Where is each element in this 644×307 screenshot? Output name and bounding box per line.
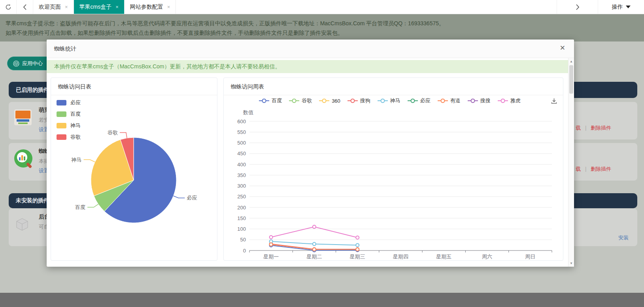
spider-stats-plugin-icon [14, 149, 32, 168]
uninstall-link-partial[interactable]: 载 [576, 125, 581, 131]
app-center-label: 应用中心 [22, 60, 43, 67]
tab-bar: 欢迎页面 × 苹果cms盒子 × 网站参数配置 × 操作 [0, 0, 644, 14]
tab-close-icon[interactable]: × [115, 4, 119, 10]
scroll-down-icon[interactable]: ▼ [568, 262, 574, 265]
data-point-有道[interactable] [270, 243, 273, 246]
tab-label: 欢迎页面 [39, 4, 61, 11]
tab-label: 网站参数配置 [130, 4, 163, 11]
scroll-up-icon[interactable]: ▲ [568, 60, 574, 63]
legend-marker-icon [347, 98, 358, 103]
line-legend-item-360[interactable]: 360 [319, 98, 340, 104]
y-tick-label: 50 [240, 237, 246, 243]
legend-marker-circle [471, 99, 474, 103]
line-chart-legend: 百度谷歌360搜狗神马必应有道搜搜雅虎 [236, 97, 544, 104]
cube-plugin-icon [14, 217, 32, 235]
y-tick-label: 100 [237, 226, 246, 232]
modal-alert-text: 本插件仅在苹果cms盒子（MacCmsBox.Com）更新，其他地方都不是本人请… [54, 63, 280, 70]
uninstall-link-partial[interactable]: 载 [576, 166, 581, 172]
legend-marker-circle [351, 99, 354, 103]
download-chart-icon[interactable] [551, 98, 557, 106]
line-legend-item-谷歌[interactable]: 谷歌 [289, 97, 312, 104]
legend-marker-icon [259, 98, 269, 103]
line-chart-card: 蜘蛛访问周表 百度谷歌360搜狗神马必应有道搜搜雅虎 数值05010015020… [223, 77, 563, 261]
modal-alert: 本插件仅在苹果cms盒子（MacCmsBox.Com）更新，其他地方都不是本人请… [47, 60, 568, 73]
section-title: 未安装的插件 [16, 197, 49, 204]
plugin-row-links: 载｜删除插件 [576, 124, 611, 132]
pie-chart-title: 蜘蛛访问日表 [51, 78, 217, 95]
line-legend-item-雅虎[interactable]: 雅虎 [498, 97, 521, 104]
chevron-right-icon [576, 4, 580, 10]
chevron-left-icon [23, 4, 27, 10]
actions-label: 操作 [612, 4, 623, 11]
tab-close-icon[interactable]: × [65, 4, 68, 10]
tabs-forward-button[interactable] [557, 0, 598, 14]
spider-stats-modal: 蜘蛛统计 ✕ 本插件仅在苹果cms盒子（MacCmsBox.Com）更新，其他地… [47, 40, 574, 267]
tab-maccms-box[interactable]: 苹果cms盒子 × [74, 0, 125, 14]
legend-marker-circle [441, 99, 444, 103]
daily-spider-pie-chart: 必应百度神马谷歌 [51, 95, 218, 261]
data-point-有道[interactable] [313, 248, 316, 251]
line-legend-item-有道[interactable]: 有道 [438, 97, 461, 104]
legend-label: 必应 [420, 97, 431, 104]
actions-dropdown[interactable]: 操作 [598, 0, 644, 14]
x-tick-label: 周日 [525, 254, 535, 260]
modal-scrollbar[interactable]: ▲ ▼ [568, 58, 574, 267]
pie-slice-label: 谷歌 [108, 130, 118, 136]
line-legend-item-搜狗[interactable]: 搜狗 [347, 97, 370, 104]
data-point-神马[interactable] [313, 243, 316, 246]
link-divider: ｜ [581, 166, 591, 172]
link-divider: ｜ [581, 125, 591, 131]
modal-close-icon[interactable]: ✕ [560, 45, 565, 51]
mengya-plugin-icon [14, 108, 32, 126]
legend-marker-circle [293, 99, 296, 103]
legend-marker-icon [319, 98, 329, 103]
legend-marker-icon [289, 98, 299, 103]
line-legend-item-搜搜[interactable]: 搜搜 [468, 97, 491, 104]
pie-label-leader [120, 133, 127, 138]
legend-label: 有道 [450, 97, 461, 104]
refresh-icon [5, 4, 12, 11]
line-legend-item-百度[interactable]: 百度 [259, 97, 282, 104]
legend-label: 百度 [272, 97, 282, 104]
y-tick-label: 450 [237, 151, 246, 156]
y-tick-label: 200 [237, 205, 246, 211]
legend-marker-circle [411, 99, 414, 103]
pie-slice-label: 神马 [71, 157, 82, 163]
modal-header: 蜘蛛统计 ✕ [47, 40, 574, 58]
delete-plugin-link[interactable]: 删除插件 [591, 166, 611, 172]
install-plugin-link[interactable]: 安装 [618, 234, 629, 241]
pie-label-leader [173, 196, 185, 198]
y-tick-label: 600 [237, 119, 246, 124]
data-point-雅虎[interactable] [313, 225, 316, 228]
legend-marker-circle [263, 99, 266, 103]
data-point-神马[interactable] [356, 243, 359, 247]
line-chart-title: 蜘蛛访问周表 [224, 78, 563, 95]
bottom-band [0, 293, 644, 307]
line-legend-item-神马[interactable]: 神马 [378, 97, 400, 104]
tab-welcome[interactable]: 欢迎页面 × [33, 0, 74, 14]
line-legend-item-必应[interactable]: 必应 [408, 97, 431, 104]
x-tick-label: 星期五 [436, 254, 451, 260]
y-tick-label: 400 [237, 162, 246, 168]
legend-marker-circle [501, 99, 504, 103]
plugin-row-links: 载｜删除插件 [576, 166, 611, 173]
data-point-雅虎[interactable] [356, 236, 359, 239]
tab-site-params[interactable]: 网站参数配置 × [125, 0, 176, 14]
tab-close-icon[interactable]: × [167, 4, 170, 10]
data-point-雅虎[interactable] [270, 235, 273, 239]
plugin-warning-banner: 苹果cms盒子提示您：盗版插件可能存在后门，木马等恶意代码请不要应用在运营项目中… [0, 14, 644, 41]
data-point-有道[interactable] [356, 248, 359, 251]
pie-label-leader [87, 204, 98, 207]
refresh-button[interactable] [0, 0, 17, 14]
legend-label: 搜狗 [360, 97, 370, 104]
y-tick-label: 550 [237, 129, 246, 135]
y-tick-label: 250 [237, 194, 246, 200]
x-tick-label: 星期四 [393, 254, 408, 260]
legend-label: 谷歌 [302, 97, 312, 104]
legend-label: 雅虎 [510, 97, 521, 104]
delete-plugin-link[interactable]: 删除插件 [591, 125, 611, 131]
warning-line-1: 苹果cms盒子提示您：盗版插件可能存在后门，木马等恶意代码请不要应用在运营项目中… [6, 19, 638, 28]
tabs-back-button[interactable] [17, 0, 33, 14]
scrollbar-thumb[interactable] [569, 65, 573, 94]
y-tick-label: 350 [237, 172, 246, 178]
